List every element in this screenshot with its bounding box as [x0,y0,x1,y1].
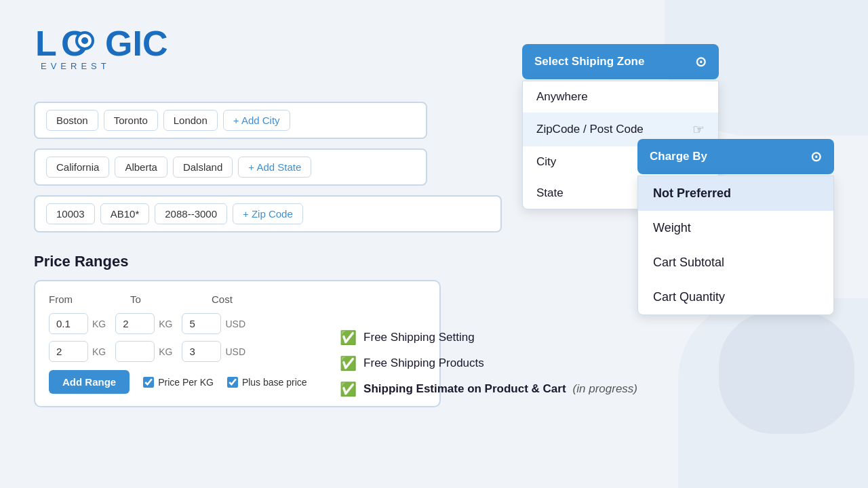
feature-label-2: Free Shipping Products [363,357,484,370]
to-input-2[interactable] [115,341,155,362]
col-to: To [130,293,212,305]
state-tag-alberta: Alberta [115,157,167,178]
charge-by-container: Charge By ⊙ Not Preferred Weight Cart Su… [637,139,834,315]
from-unit-2: KG [92,346,106,357]
to-unit-2: KG [159,346,172,357]
cost-input-2[interactable] [182,341,221,362]
zip-tag-10003: 10003 [46,203,95,224]
price-per-kg-checkbox[interactable]: Price Per KG [143,377,214,388]
price-per-kg-input[interactable] [143,377,154,388]
add-zip-button[interactable]: + Zip Code [233,203,303,224]
to-input-1[interactable] [115,313,155,334]
features-list: ✅ Free Shipping Setting ✅ Free Shipping … [340,329,637,407]
zip-tag-2088: 2088--3000 [155,203,227,224]
svg-text:GIC: GIC [105,24,167,63]
feature-label-3: Shipping Estimate on Product & Cart [363,382,566,396]
city-tag-london: London [163,110,218,131]
to-unit-1: KG [159,319,172,329]
price-per-kg-label: Price Per KG [158,377,214,388]
from-unit-1: KG [92,319,106,329]
from-input-2[interactable] [49,341,88,362]
state-tag-dalsland: Dalsland [173,157,233,178]
city-tag-toronto: Toronto [104,110,158,131]
col-cost: Cost [212,293,279,305]
charge-item-weight[interactable]: Weight [638,211,833,245]
cost-unit-1: USD [225,319,245,329]
feature-free-shipping-setting: ✅ Free Shipping Setting [340,329,637,346]
add-city-button[interactable]: + Add City [223,110,290,131]
from-input-1[interactable] [49,313,88,334]
svg-point-4 [81,37,88,44]
cost-input-1[interactable] [182,313,221,334]
shipping-zone-label: Select Shiping Zone [534,55,644,68]
plus-base-price-checkbox[interactable]: Plus base price [227,377,307,388]
plus-base-price-input[interactable] [227,377,238,388]
check-icon-2: ✅ [340,355,357,371]
shipping-zone-header[interactable]: Select Shiping Zone ⊙ [522,44,719,79]
price-table-header: From To Cost [49,293,426,305]
zone-item-anywhere[interactable]: Anywhere [523,81,718,113]
feature-free-shipping-products: ✅ Free Shipping Products [340,355,637,371]
feature-label-1: Free Shipping Setting [363,331,475,344]
svg-text:L: L [35,24,57,63]
cities-row: Boston Toronto London + Add City [34,102,427,139]
city-tag-boston: Boston [46,110,98,131]
plus-base-price-label: Plus base price [242,377,307,388]
zip-row: 10003 AB10* 2088--3000 + Zip Code [34,195,502,232]
zip-tag-ab10: AB10* [100,203,150,224]
check-icon-1: ✅ [340,329,357,346]
charge-by-label: Charge By [650,150,707,163]
cursor-hand-icon: ☞ [692,121,705,138]
charge-by-header[interactable]: Charge By ⊙ [637,139,834,174]
add-state-button[interactable]: + Add State [238,157,311,178]
state-tag-california: California [46,157,109,178]
states-row: California Alberta Dalsland + Add State [34,148,427,186]
cost-unit-2: USD [225,346,245,357]
charge-item-not-preferred[interactable]: Not Preferred [638,176,833,211]
check-icon-3: ✅ [340,381,357,397]
add-range-button[interactable]: Add Range [49,370,130,394]
col-from: From [49,293,130,305]
svg-text:EVEREST: EVEREST [41,61,111,71]
charge-item-cart-subtotal[interactable]: Cart Subtotal [638,245,833,280]
feature-shipping-estimate: ✅ Shipping Estimate on Product & Cart (i… [340,381,637,397]
shipping-zone-toggle-icon: ⊙ [695,54,707,70]
charge-by-dropdown: Not Preferred Weight Cart Subtotal Cart … [637,176,834,315]
charge-by-toggle-icon: ⊙ [810,148,822,165]
logo: L O GIC EVEREST [34,20,170,75]
feature-progress-text: (in progress) [573,382,637,396]
charge-item-cart-quantity[interactable]: Cart Quantity [638,280,833,314]
